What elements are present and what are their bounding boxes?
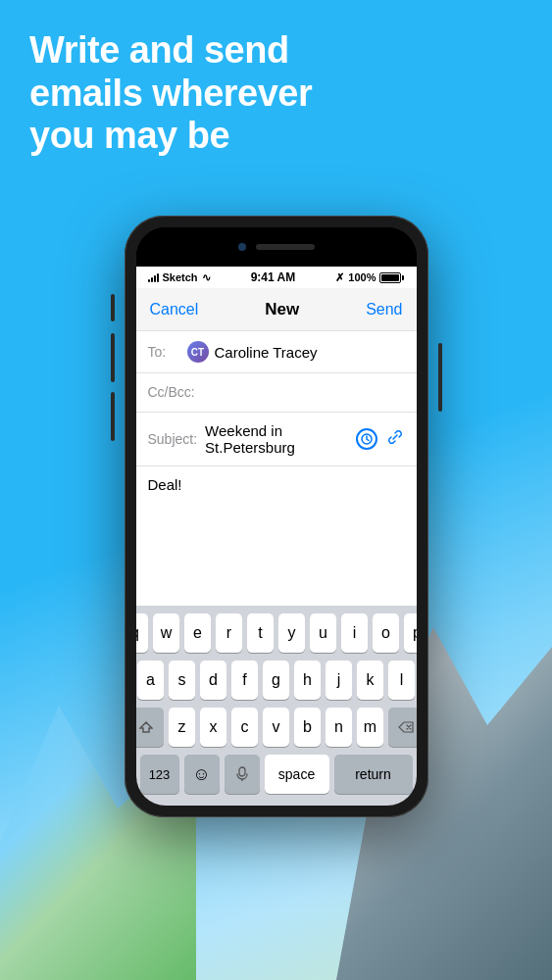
key-v[interactable]: v: [263, 708, 289, 747]
status-time: 9:41 AM: [251, 270, 296, 284]
email-body[interactable]: Deal!: [136, 466, 417, 604]
wifi-icon: ∿: [202, 271, 211, 284]
svg-rect-1: [239, 767, 245, 776]
delete-key[interactable]: [388, 708, 417, 747]
headline: Write and send emails wherever you may b…: [29, 29, 523, 158]
key-d[interactable]: d: [200, 661, 226, 700]
key-row-1: q w e r t y u i o p: [140, 613, 413, 653]
battery-icon: [379, 272, 404, 283]
subject-icons: [356, 427, 405, 451]
key-row-2: a s d f g h j k l: [140, 661, 413, 700]
status-bar: Sketch ∿ 9:41 AM ✗ 100%: [136, 267, 417, 288]
cancel-button[interactable]: Cancel: [150, 301, 199, 318]
key-l[interactable]: l: [388, 661, 415, 700]
cc-bcc-row[interactable]: Cc/Bcc:: [136, 373, 417, 413]
nav-bar: Cancel New Send: [136, 288, 417, 331]
key-q[interactable]: q: [136, 613, 149, 653]
numbers-key[interactable]: 123: [140, 755, 179, 794]
phone-notch: [136, 227, 417, 267]
key-b[interactable]: b: [294, 708, 321, 747]
bluetooth-icon: ✗: [335, 271, 344, 284]
phone-body: Sketch ∿ 9:41 AM ✗ 100% Cance: [125, 216, 428, 817]
phone-wrapper: Sketch ∿ 9:41 AM ✗ 100% Cance: [125, 216, 428, 817]
key-e[interactable]: e: [184, 613, 211, 653]
battery-percent: 100%: [348, 271, 376, 283]
signal-icon: [148, 272, 159, 282]
key-y[interactable]: y: [278, 613, 305, 653]
key-h[interactable]: h: [294, 661, 321, 700]
contact-name: Caroline Tracey: [215, 344, 318, 361]
compose-title: New: [265, 300, 299, 319]
send-button[interactable]: Send: [366, 301, 402, 318]
link-icon[interactable]: [385, 427, 405, 451]
mute-button[interactable]: [111, 294, 115, 321]
key-w[interactable]: w: [153, 613, 179, 653]
key-c[interactable]: c: [231, 708, 258, 747]
keyboard: q w e r t y u i o p a s d f g: [136, 606, 417, 806]
key-u[interactable]: u: [310, 613, 336, 653]
status-left: Sketch ∿: [148, 271, 211, 284]
key-z[interactable]: z: [169, 708, 195, 747]
headline-line1: Write and send: [29, 29, 289, 71]
key-i[interactable]: i: [341, 613, 368, 653]
key-a[interactable]: a: [137, 661, 164, 700]
mic-key[interactable]: [225, 755, 260, 794]
subject-label: Subject:: [148, 431, 198, 447]
volume-up-button[interactable]: [111, 333, 115, 382]
status-right: ✗ 100%: [335, 271, 404, 284]
space-key[interactable]: space: [265, 755, 329, 794]
key-s[interactable]: s: [169, 661, 195, 700]
subject-row[interactable]: Subject: Weekend in St.Petersburg: [136, 413, 417, 466]
key-k[interactable]: k: [357, 661, 383, 700]
key-row-3: z x c v b n m: [140, 708, 413, 747]
key-m[interactable]: m: [357, 708, 383, 747]
key-row-4: 123 ☺ space return: [140, 755, 413, 794]
power-button[interactable]: [438, 343, 442, 412]
cc-bcc-label: Cc/Bcc:: [148, 384, 195, 400]
key-o[interactable]: o: [373, 613, 399, 653]
key-j[interactable]: j: [326, 661, 352, 700]
emoji-key[interactable]: ☺: [184, 755, 220, 794]
headline-line2: emails wherever: [29, 73, 312, 114]
schedule-icon[interactable]: [356, 428, 377, 450]
carrier-label: Sketch: [163, 271, 198, 283]
key-p[interactable]: p: [404, 613, 417, 653]
front-camera: [238, 243, 246, 251]
headline-line3: you may be: [29, 115, 229, 156]
key-r[interactable]: r: [216, 613, 242, 653]
phone-screen: Sketch ∿ 9:41 AM ✗ 100% Cance: [136, 227, 417, 806]
shift-key[interactable]: [136, 708, 165, 747]
subject-text: Weekend in St.Petersburg: [205, 422, 347, 456]
return-key[interactable]: return: [334, 755, 413, 794]
compose-area: To: CT Caroline Tracey Cc/Bcc: Subject: …: [136, 331, 417, 606]
key-t[interactable]: t: [247, 613, 274, 653]
speaker: [256, 244, 315, 250]
body-text: Deal!: [148, 476, 182, 493]
avatar: CT: [187, 341, 209, 363]
key-n[interactable]: n: [326, 708, 352, 747]
key-f[interactable]: f: [231, 661, 258, 700]
key-x[interactable]: x: [200, 708, 226, 747]
key-g[interactable]: g: [263, 661, 289, 700]
to-label: To:: [148, 344, 187, 360]
to-row[interactable]: To: CT Caroline Tracey: [136, 331, 417, 373]
volume-down-button[interactable]: [111, 392, 115, 441]
contact-chip: CT Caroline Tracey: [187, 341, 318, 363]
